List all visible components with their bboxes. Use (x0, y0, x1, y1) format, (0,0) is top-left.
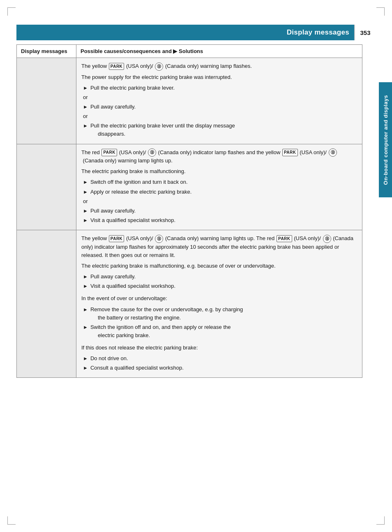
bullet-item-3d: ► Switch the ignition off and on, and th… (81, 323, 357, 340)
table-row: The yellow PARK (USA only)/ Ⓑ (Canada on… (17, 58, 362, 144)
page-container: Display messages 353 On-board computer a… (0, 0, 392, 532)
bullet-item-2b: ► Apply or release the electric parking … (81, 188, 357, 196)
corner-mark-tl (7, 7, 16, 16)
park-badge-yellow-1: PARK (109, 63, 125, 70)
side-tab: On-board computer and displays (379, 82, 392, 197)
bullet-item-3c: ► Remove the cause for the over or under… (81, 305, 357, 322)
section-block-3: The yellow PARK (USA only)/ Ⓑ (Canada on… (81, 234, 357, 372)
bullet-arrow: ► (83, 84, 88, 92)
side-tab-label: On-board computer and displays (383, 95, 389, 185)
col-header-causes: Possible causes/consequences and ▶ Solut… (76, 45, 362, 58)
indent-text: the battery or restarting the engine. (90, 315, 181, 321)
section-para-2b: The electric parking brake is malfunctio… (81, 167, 357, 176)
bullet-item-3f: ► Consult a qualified specialist worksho… (81, 364, 357, 372)
header-title: Display messages (287, 28, 354, 37)
causes-cell-1: The yellow PARK (USA only)/ Ⓑ (Canada on… (76, 58, 362, 144)
sub-section-overvoltage: In the event of over or undervoltage: ► … (81, 294, 357, 340)
section-para-1a: The yellow PARK (USA only)/ Ⓑ (Canada on… (81, 62, 357, 71)
bullet-text: Pull the electric parking brake lever. (90, 84, 357, 92)
bullet-arrow: ► (83, 282, 88, 290)
bullet-item-2a: ► Switch off the ignition and turn it ba… (81, 178, 357, 186)
corner-mark-tr (376, 7, 385, 16)
bullet-arrow: ► (83, 217, 88, 224)
section-para-2a: The red PARK (USA only)/ Ⓑ (Canada only)… (81, 148, 357, 165)
indent-text: disappears. (90, 131, 125, 137)
bullet-text: Consult a qualified specialist workshop. (90, 364, 357, 372)
bullet-item-3e: ► Do not drive on. (81, 354, 357, 363)
table-row: The yellow PARK (USA only)/ Ⓑ (Canada on… (17, 230, 362, 378)
p-badge-2a: Ⓑ (148, 148, 156, 157)
p-badge-3b: Ⓑ (323, 235, 331, 243)
park-badge-red-2: PARK (101, 149, 117, 156)
park-badge-yellow-3a: PARK (109, 235, 125, 243)
bullet-arrow: ► (83, 122, 88, 130)
bullet-item-2d: ► Visit a qualified specialist workshop. (81, 216, 357, 224)
corner-mark-bl (7, 516, 16, 525)
bullet-text: Apply or release the electric parking br… (90, 188, 357, 196)
bullet-text: Visit a qualified specialist workshop. (90, 282, 357, 290)
bullet-arrow: ► (83, 178, 88, 186)
bullet-arrow: ► (83, 273, 88, 281)
bullet-text: Do not drive on. (90, 354, 357, 363)
bullet-arrow: ► (83, 355, 88, 363)
display-cell-3 (17, 230, 76, 378)
sub-heading-norelease: If this does not release the electric pa… (81, 344, 357, 352)
section-block-2: The red PARK (USA only)/ Ⓑ (Canada only)… (81, 148, 357, 225)
bullet-text: Switch the ignition off and on, and then… (90, 323, 357, 340)
section-para-1b: The power supply for the electric parkin… (81, 73, 357, 81)
bullet-text: Pull away carefully. (90, 103, 357, 111)
or-text-1: or (83, 93, 357, 102)
bullet-arrow: ► (83, 207, 88, 215)
display-cell-1 (17, 58, 76, 144)
main-table: Display messages Possible causes/consequ… (16, 44, 362, 378)
p-badge-2b: Ⓑ (329, 148, 337, 157)
bullet-text: Pull away carefully. (90, 273, 357, 281)
display-cell-2 (17, 144, 76, 230)
section-para-3b: The electric parking brake is malfunctio… (81, 262, 357, 270)
p-badge-1: Ⓑ (155, 62, 163, 71)
park-badge-yellow-2: PARK (282, 149, 298, 156)
or-text-2: or (83, 112, 357, 120)
bullet-text: Switch off the ignition and turn it back… (90, 178, 357, 186)
park-badge-red-3: PARK (277, 235, 292, 243)
bullet-arrow: ► (83, 324, 88, 331)
indent-text: electric parking brake. (90, 332, 150, 338)
bullet-item-1b: ► Pull away carefully. (81, 103, 357, 111)
sub-section-norelease: If this does not release the electric pa… (81, 344, 357, 372)
corner-mark-br (376, 516, 385, 525)
bullet-text: Remove the cause for the over or undervo… (90, 305, 357, 322)
bullet-arrow: ► (83, 103, 88, 111)
bullet-text: Visit a qualified specialist workshop. (90, 216, 357, 224)
bullet-item-1c: ► Pull the electric parking brake lever … (81, 122, 357, 138)
col-header-display: Display messages (17, 45, 76, 58)
or-text-3: or (83, 197, 357, 206)
main-content: Display messages Possible causes/consequ… (16, 44, 362, 507)
causes-cell-2: The red PARK (USA only)/ Ⓑ (Canada only)… (76, 144, 362, 230)
p-badge-3a: Ⓑ (155, 235, 163, 243)
bullet-arrow: ► (83, 188, 88, 196)
table-row: The red PARK (USA only)/ Ⓑ (Canada only)… (17, 144, 362, 230)
bullet-item-3a: ► Pull away carefully. (81, 273, 357, 281)
page-number: 353 (354, 25, 376, 40)
header-bar: Display messages 353 (16, 25, 376, 40)
bullet-item-2c: ► Pull away carefully. (81, 207, 357, 215)
section-block-1: The yellow PARK (USA only)/ Ⓑ (Canada on… (81, 62, 357, 139)
bullet-item-1a: ► Pull the electric parking brake lever. (81, 84, 357, 92)
bullet-item-3b: ► Visit a qualified specialist workshop. (81, 282, 357, 290)
sub-heading-overvoltage: In the event of over or undervoltage: (81, 294, 357, 303)
bullet-text: Pull the electric parking brake lever un… (90, 122, 357, 138)
bullet-arrow: ► (83, 364, 88, 372)
section-para-3a: The yellow PARK (USA only)/ Ⓑ (Canada on… (81, 234, 357, 259)
bullet-text: Pull away carefully. (90, 207, 357, 215)
bullet-arrow: ► (83, 306, 88, 314)
causes-cell-3: The yellow PARK (USA only)/ Ⓑ (Canada on… (76, 230, 362, 378)
